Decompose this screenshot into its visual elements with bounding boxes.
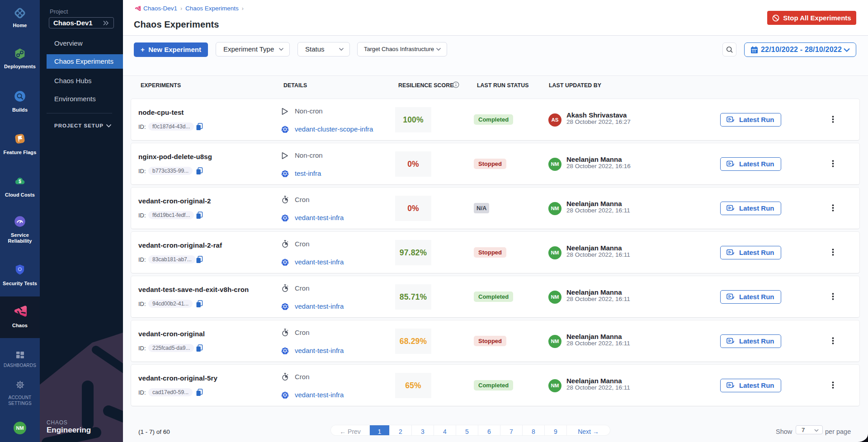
svg-text:$: $ — [19, 179, 21, 184]
